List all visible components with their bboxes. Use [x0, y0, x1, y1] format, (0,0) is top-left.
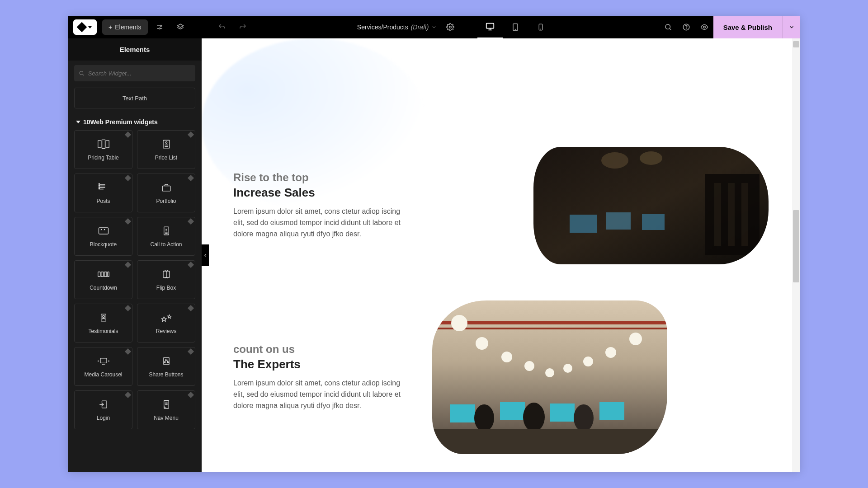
widget-blockquote[interactable]: Blockquote	[74, 217, 132, 256]
svg-point-44	[601, 152, 628, 169]
svg-rect-55	[432, 328, 667, 329]
portfolio-icon	[160, 182, 173, 193]
widget-label: Countdown	[90, 285, 117, 291]
chevron-down-icon	[431, 24, 437, 30]
widget-label: Price List	[155, 155, 177, 161]
settings-sliders-button[interactable]	[151, 16, 169, 38]
save-publish-button[interactable]: Save & Publish	[713, 16, 782, 38]
device-desktop[interactable]	[477, 16, 503, 38]
widget-flip-box[interactable]: Flip Box	[137, 260, 195, 299]
scrollbar-thumb[interactable]	[793, 210, 799, 282]
widget-countdown[interactable]: Countdown	[74, 260, 132, 299]
reviews-icon	[160, 312, 173, 324]
title: The Experts	[233, 357, 405, 371]
topbar: + Elements Services/Products (Draft)	[68, 16, 800, 38]
widget-text-path[interactable]: Text Path	[74, 88, 195, 108]
search-button[interactable]	[659, 16, 677, 38]
premium-badge-icon	[188, 348, 194, 355]
widget-testimonials[interactable]: Testimonials	[74, 304, 132, 343]
text-column[interactable]: count on us The Experts Lorem ipsum dolo…	[233, 343, 405, 411]
blockquote-icon	[97, 225, 110, 237]
widget-nav-menu[interactable]: Nav Menu	[137, 390, 195, 429]
device-mobile[interactable]	[528, 16, 553, 38]
widget-share-buttons[interactable]: Share Buttons	[137, 347, 195, 386]
svg-rect-21	[99, 188, 99, 189]
canvas[interactable]: Rise to the top Increase Sales Lorem ips…	[202, 38, 800, 472]
chevron-down-icon	[88, 26, 92, 28]
logo-menu-button[interactable]	[73, 19, 97, 35]
svg-rect-14	[102, 140, 105, 148]
svg-point-12	[80, 71, 83, 75]
svg-rect-13	[98, 141, 101, 148]
section-the-experts[interactable]: count on us The Experts Lorem ipsum dolo…	[233, 300, 769, 454]
svg-rect-50	[714, 183, 721, 246]
scroll-up-arrow[interactable]	[793, 41, 799, 47]
widget-login[interactable]: Login	[74, 390, 132, 429]
widget-call-to-action[interactable]: Call to Action	[137, 217, 195, 256]
widget-price-list[interactable]: Price List	[137, 130, 195, 169]
svg-rect-72	[432, 429, 667, 454]
title: Increase Sales	[233, 186, 405, 200]
page-title-dropdown[interactable]: Services/Products (Draft)	[357, 23, 437, 31]
svg-rect-29	[107, 272, 109, 277]
device-switcher	[477, 16, 553, 38]
undo-button[interactable]	[213, 16, 231, 38]
svg-rect-46	[570, 215, 597, 233]
svg-point-63	[605, 347, 616, 358]
app-frame: + Elements Services/Products (Draft)	[68, 16, 800, 472]
vertical-scrollbar[interactable]	[792, 38, 800, 472]
image-blob-1[interactable]	[533, 147, 769, 264]
premium-badge-icon	[188, 392, 194, 398]
pretitle: Rise to the top	[233, 171, 405, 184]
widget-media-carousel[interactable]: Media Carousel	[74, 347, 132, 386]
svg-rect-23	[99, 228, 108, 234]
svg-point-56	[451, 315, 467, 331]
widget-label: Blockquote	[90, 241, 117, 248]
share-icon	[160, 355, 173, 367]
redo-button[interactable]	[234, 16, 252, 38]
svg-rect-19	[99, 185, 99, 186]
svg-point-69	[474, 404, 494, 432]
section-premium-widgets[interactable]: 10Web Premium widgets	[68, 112, 202, 130]
widget-search-input[interactable]	[88, 70, 191, 77]
preview-button[interactable]	[695, 16, 713, 38]
widget-posts[interactable]: Posts	[74, 174, 132, 212]
body-text: Lorem ipsum dolor sit amet, cons ctetur …	[233, 206, 405, 239]
help-button[interactable]	[677, 16, 695, 38]
widget-pricing-table[interactable]: Pricing Table	[74, 130, 132, 169]
sidebar-collapse-button[interactable]	[202, 244, 209, 266]
layers-button[interactable]	[171, 16, 189, 38]
publish-dropdown-button[interactable]	[782, 16, 800, 38]
widget-label: Pricing Table	[88, 155, 118, 161]
add-elements-button[interactable]: + Elements	[102, 19, 148, 35]
canvas-viewport[interactable]: Rise to the top Increase Sales Lorem ips…	[202, 38, 800, 472]
svg-point-57	[476, 337, 488, 350]
image-blob-2[interactable]	[432, 300, 667, 454]
widget-grid: Pricing TablePrice ListPostsPortfolioBlo…	[68, 130, 202, 436]
section-increase-sales[interactable]: Rise to the top Increase Sales Lorem ips…	[233, 147, 769, 264]
svg-rect-68	[599, 402, 624, 420]
sidebar: Elements Text Path 10Web Premium widgets…	[68, 38, 202, 472]
widget-portfolio[interactable]: Portfolio	[137, 174, 195, 212]
device-tablet[interactable]	[503, 16, 528, 38]
page-settings-button[interactable]	[441, 16, 459, 38]
navmenu-icon	[160, 399, 173, 410]
widget-search[interactable]	[74, 65, 195, 81]
svg-rect-28	[104, 272, 106, 277]
widget-label: Posts	[96, 198, 110, 204]
svg-point-71	[574, 404, 594, 432]
svg-point-0	[160, 25, 161, 27]
svg-point-39	[164, 361, 165, 363]
premium-badge-icon	[125, 131, 131, 138]
svg-point-45	[640, 151, 662, 165]
topbar-right: Save & Publish	[659, 16, 800, 38]
widget-label: Testimonials	[88, 328, 118, 334]
flipbox-icon	[160, 268, 173, 280]
text-column[interactable]: Rise to the top Increase Sales Lorem ips…	[233, 171, 405, 239]
svg-rect-54	[432, 321, 667, 324]
widget-reviews[interactable]: Reviews	[137, 304, 195, 343]
svg-rect-22	[162, 186, 170, 191]
text-path-label: Text Path	[123, 95, 147, 102]
sidebar-header: Elements	[68, 38, 202, 61]
svg-rect-37	[163, 357, 169, 365]
